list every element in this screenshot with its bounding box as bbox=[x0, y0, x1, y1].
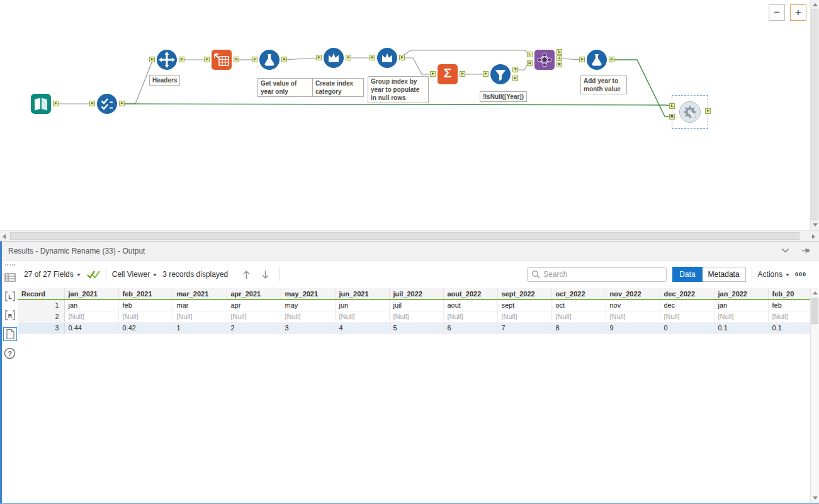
table-cell[interactable]: 5 bbox=[389, 322, 443, 333]
tool-multirow-group[interactable] bbox=[376, 47, 398, 69]
table-cell[interactable]: [Null] bbox=[660, 311, 714, 322]
multirow-index-output-anchor[interactable] bbox=[346, 55, 351, 60]
summarize-output-anchor[interactable] bbox=[460, 71, 465, 77]
tool-multirow-index[interactable] bbox=[323, 47, 344, 69]
column-header[interactable]: oct_2022 bbox=[551, 288, 606, 300]
table-cell[interactable]: [Null] bbox=[64, 311, 118, 322]
headers-input-anchor[interactable] bbox=[149, 57, 155, 62]
tool-input-data[interactable] bbox=[30, 93, 52, 115]
crosstab-input-anchor[interactable] bbox=[204, 57, 210, 62]
filter-input-anchor[interactable] bbox=[483, 71, 489, 77]
connections-overview-icon[interactable] bbox=[4, 271, 16, 284]
table-cell[interactable]: [Null] bbox=[227, 311, 281, 322]
workflow-canvas[interactable]: Headers Get value of year only Create in… bbox=[0, 0, 810, 230]
scroll-down-arrow[interactable] bbox=[813, 223, 818, 227]
table-cell[interactable]: aout bbox=[443, 300, 497, 311]
table-cell[interactable]: [Null] bbox=[172, 311, 227, 322]
table-cell[interactable]: [Null] bbox=[497, 311, 551, 322]
scroll-up-arrow[interactable] bbox=[813, 3, 818, 6]
tool-summarize[interactable]: Σ bbox=[437, 64, 458, 85]
table-cell[interactable]: jan bbox=[714, 300, 768, 311]
formula-year-input-anchor[interactable] bbox=[252, 57, 257, 62]
table-cell[interactable]: jan bbox=[64, 300, 118, 311]
actions-dropdown[interactable]: Actions bbox=[758, 270, 789, 279]
multirow-index-input-anchor[interactable] bbox=[316, 55, 322, 60]
table-cell[interactable]: [Null] bbox=[606, 311, 660, 322]
tool-select[interactable] bbox=[96, 93, 118, 115]
fields-dropdown[interactable]: 27 of 27 Fields bbox=[24, 270, 81, 279]
formula-year-output-anchor[interactable] bbox=[281, 57, 287, 62]
table-cell[interactable]: 2 bbox=[227, 322, 281, 333]
scroll-left-arrow[interactable] bbox=[3, 234, 6, 239]
table-cell[interactable]: oct bbox=[551, 300, 606, 311]
record-number-cell[interactable]: 2 bbox=[18, 311, 64, 322]
join-join-output-anchor[interactable]: J bbox=[556, 55, 562, 61]
select-input-anchor[interactable] bbox=[89, 101, 95, 106]
input-data-output-anchor[interactable] bbox=[53, 101, 59, 106]
table-cell[interactable]: 8 bbox=[551, 322, 606, 333]
table-cell[interactable]: dec bbox=[660, 300, 714, 311]
filter-true-output-anchor[interactable]: T bbox=[512, 67, 518, 72]
tool-join[interactable]: L R L J R bbox=[534, 49, 555, 70]
table-cell[interactable]: may bbox=[281, 300, 335, 311]
multirow-group-input-anchor[interactable] bbox=[370, 55, 375, 60]
left-input-anchor-icon[interactable]: L bbox=[4, 290, 16, 303]
tool-dynamic-rename[interactable]: L R bbox=[672, 95, 708, 129]
table-cell[interactable]: [Null] bbox=[335, 311, 389, 322]
table-cell[interactable]: 0 bbox=[660, 322, 714, 333]
formula-month-output-anchor[interactable] bbox=[609, 57, 614, 62]
results-vertical-scroll-thumb[interactable] bbox=[811, 298, 818, 324]
collapse-chevron-icon[interactable] bbox=[781, 248, 789, 254]
table-cell[interactable]: 7 bbox=[497, 322, 551, 333]
column-header[interactable]: apr_2021 bbox=[227, 288, 281, 300]
table-cell[interactable]: 0.44 bbox=[64, 322, 118, 333]
crosstab-output-anchor[interactable] bbox=[234, 57, 239, 62]
table-cell[interactable]: 4 bbox=[335, 322, 389, 333]
table-cell[interactable]: nov bbox=[606, 300, 660, 311]
canvas-horizontal-scrollbar[interactable] bbox=[0, 230, 819, 241]
table-cell[interactable]: jun bbox=[335, 300, 389, 311]
table-cell[interactable]: 0.1 bbox=[768, 322, 810, 333]
table-cell[interactable]: sept bbox=[497, 300, 551, 311]
table-cell[interactable]: 0.1 bbox=[714, 322, 768, 333]
column-header[interactable]: feb_20 bbox=[768, 288, 810, 300]
tool-headers[interactable] bbox=[156, 49, 178, 70]
column-header[interactable]: dec_2022 bbox=[660, 288, 714, 300]
tool-crosstab[interactable] bbox=[211, 49, 232, 70]
scroll-up-arrow[interactable] bbox=[813, 291, 818, 294]
record-column-header[interactable]: Record bbox=[18, 288, 64, 300]
join-right-output-anchor[interactable]: R bbox=[556, 62, 562, 67]
column-header[interactable]: aout_2022 bbox=[443, 288, 497, 300]
table-cell[interactable]: [Null] bbox=[281, 311, 335, 322]
table-cell[interactable]: juil bbox=[389, 300, 443, 311]
select-output-anchor[interactable] bbox=[119, 101, 125, 106]
canvas-horizontal-scroll-thumb[interactable] bbox=[10, 232, 799, 240]
table-cell[interactable]: 3 bbox=[281, 322, 335, 333]
select-all-checks-icon[interactable] bbox=[86, 270, 100, 279]
column-header[interactable]: mar_2021 bbox=[172, 288, 227, 300]
column-header[interactable]: jun_2021 bbox=[335, 288, 389, 300]
table-cell[interactable]: [Null] bbox=[551, 311, 606, 322]
table-cell[interactable]: feb bbox=[118, 300, 172, 311]
column-header[interactable]: jan_2021 bbox=[64, 288, 118, 300]
help-icon[interactable]: ? bbox=[4, 347, 16, 359]
table-cell[interactable]: [Null] bbox=[118, 311, 172, 322]
headers-output-anchor[interactable] bbox=[179, 57, 184, 62]
results-vertical-scrollbar[interactable] bbox=[810, 288, 819, 503]
dynamic-rename-right-input-anchor[interactable]: R bbox=[669, 114, 675, 120]
output-anchor-icon[interactable] bbox=[4, 328, 16, 340]
record-number-cell[interactable]: 1 bbox=[18, 300, 64, 311]
table-cell[interactable]: feb bbox=[768, 300, 810, 311]
pin-icon[interactable] bbox=[801, 246, 810, 255]
scroll-down-arrow[interactable] bbox=[813, 496, 818, 500]
scroll-to-top-arrow-icon[interactable] bbox=[242, 269, 251, 280]
zoom-in-button[interactable]: + bbox=[790, 4, 806, 21]
table-cell[interactable]: [Null] bbox=[714, 311, 768, 322]
tool-formula-year[interactable] bbox=[259, 49, 280, 70]
dynamic-rename-output-anchor[interactable] bbox=[705, 108, 711, 114]
column-header[interactable]: may_2021 bbox=[281, 288, 335, 300]
table-cell[interactable]: 1 bbox=[172, 322, 227, 333]
table-cell[interactable]: 9 bbox=[606, 322, 660, 333]
table-cell[interactable]: 0.42 bbox=[118, 322, 172, 333]
table-cell[interactable]: [Null] bbox=[768, 311, 810, 322]
